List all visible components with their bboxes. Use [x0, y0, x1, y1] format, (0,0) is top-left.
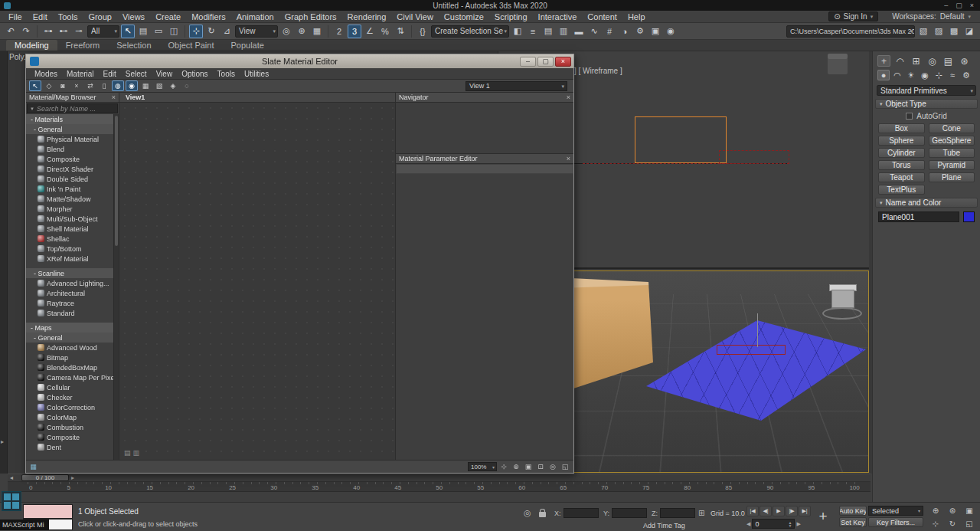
tube-button[interactable]: Tube — [929, 148, 975, 158]
navigator-header[interactable]: Navigator × — [396, 93, 573, 103]
browser-item-raytrace[interactable]: Raytrace — [26, 298, 113, 308]
param-editor-body[interactable] — [396, 174, 573, 460]
menu-item[interactable]: Interactive — [533, 12, 583, 21]
zoom-extents-icon[interactable]: ▣ — [962, 505, 977, 516]
maximize-viewport-icon[interactable]: ◱ — [962, 518, 977, 529]
play-button[interactable]: ▶ — [773, 506, 785, 516]
browser-item-colormap[interactable]: ColorMap — [26, 412, 113, 422]
go-to-start-button[interactable]: |◀ — [746, 506, 759, 516]
slate-close-button[interactable]: × — [555, 57, 571, 67]
ribbon-toggle-icon[interactable]: ▬ — [572, 25, 586, 38]
explorer-window-icon[interactable]: ▧ — [916, 25, 930, 38]
selection-filter-dropdown[interactable]: All — [87, 25, 119, 38]
browser-item-shell-material[interactable]: Shell Material — [26, 224, 113, 234]
browser-item-composite-map[interactable]: Composite — [26, 432, 113, 442]
lights-category-icon[interactable]: ☀ — [905, 70, 917, 80]
render-icon[interactable]: ◉ — [664, 25, 678, 38]
viewcube-front-face[interactable] — [831, 290, 854, 308]
close-icon[interactable]: × — [567, 155, 570, 162]
cylinder-button[interactable]: Cylinder — [878, 148, 925, 158]
plane-button[interactable]: Plane — [929, 172, 975, 182]
redo-icon[interactable]: ↷ — [19, 25, 33, 38]
rendered-frame-icon[interactable]: ▣ — [648, 25, 662, 38]
browser-group-maps[interactable]: - Maps — [26, 323, 113, 333]
slate-menu-item[interactable]: Options — [177, 70, 212, 78]
primitive-category-dropdown[interactable]: Standard Primitives — [877, 85, 976, 96]
isolate-selection-icon[interactable]: ◎ — [524, 508, 531, 518]
name-and-color-rollout[interactable]: ▾ Name and Color — [875, 198, 978, 208]
object-name-field[interactable]: Plane001 — [878, 211, 959, 222]
slate-menu-item[interactable]: Material — [62, 70, 99, 78]
browser-item-xref-material[interactable]: XRef Material — [26, 254, 113, 264]
project-folder-dropdown[interactable]: C:\Users\Casper\Documents\3ds Max 2020 — [786, 25, 915, 38]
pan-to-selected-icon[interactable]: ◎ — [547, 462, 558, 472]
auto-key-button[interactable]: Auto Key — [839, 506, 867, 516]
cone-button[interactable]: Cone — [929, 123, 975, 133]
bind-to-space-warp-icon[interactable]: ⊸ — [72, 25, 86, 38]
x-coordinate-field[interactable] — [564, 508, 599, 518]
align-icon[interactable]: ≡ — [526, 25, 540, 38]
menu-item[interactable]: Civil View — [391, 12, 438, 21]
sphere-button[interactable]: Sphere — [878, 136, 925, 146]
browser-item-checker[interactable]: Checker — [26, 392, 113, 402]
box-button[interactable]: Box — [878, 123, 925, 133]
percent-snap-icon[interactable]: % — [378, 25, 392, 38]
browser-item-multi-sub-object[interactable]: Multi/Sub-Object — [26, 214, 113, 224]
minimize-button[interactable]: – — [944, 2, 948, 9]
pan-icon[interactable]: ⊹ — [928, 518, 943, 529]
browser-item-shellac[interactable]: Shellac — [26, 234, 113, 244]
slate-view-dropdown[interactable]: View 1 — [466, 81, 567, 91]
frame-back-icon[interactable]: ◀ — [746, 521, 750, 527]
browser-item-top-bottom[interactable]: Top/Bottom — [26, 244, 113, 254]
menu-item[interactable]: Help — [622, 12, 651, 21]
browser-item-combustion[interactable]: Combustion — [26, 422, 113, 432]
browser-item-colorcorrection[interactable]: ColorCorrection — [26, 402, 113, 412]
browser-item-matte-shadow[interactable]: Matte/Shadow — [26, 194, 113, 204]
browser-item-architectural[interactable]: Architectural — [26, 288, 113, 298]
set-key-button[interactable]: Set Key — [839, 517, 867, 527]
ribbon-tab[interactable]: Modeling — [6, 40, 57, 51]
select-and-link-icon[interactable]: ⊶ — [41, 25, 55, 38]
layout-children-icon[interactable]: ▧ — [153, 80, 165, 91]
zoom-extents-icon[interactable]: ▣ — [523, 462, 534, 472]
browser-item-dent[interactable]: Dent — [26, 442, 113, 452]
menu-item[interactable]: Views — [117, 12, 150, 21]
next-frame-button[interactable]: |▶ — [786, 506, 798, 516]
scene-explorer-icon[interactable]: ▤ — [541, 25, 555, 38]
ribbon-tab[interactable]: Object Paint — [160, 40, 223, 51]
menu-item[interactable]: Customize — [439, 12, 489, 21]
pan-tool-icon[interactable]: ⊹ — [498, 462, 509, 472]
named-selection-sets-dropdown[interactable]: Create Selection Se — [431, 25, 509, 38]
browser-item-camera-map-per-pixel[interactable]: Camera Map Per Pixel — [26, 372, 113, 382]
track-bar[interactable]: 0510152025303540455055606570758085909510… — [8, 482, 871, 492]
navigator-body[interactable] — [396, 103, 573, 154]
slate-menu-item[interactable]: Select — [121, 70, 152, 78]
time-slider-thumb[interactable]: 0 / 100 — [21, 474, 69, 481]
plane-wireframe[interactable] — [719, 150, 789, 164]
slate-menu-item[interactable]: View — [152, 70, 178, 78]
node-canvas[interactable]: ▤▥ — [119, 103, 395, 460]
spinner-icon[interactable]: ▲▼ — [788, 521, 792, 527]
add-time-tag[interactable]: Add Time Tag — [643, 522, 685, 529]
zoom-tool-icon[interactable]: ⊕ — [511, 462, 521, 472]
spinner-snap-icon[interactable]: ⇅ — [394, 25, 407, 38]
layout-all-icon[interactable]: ▦ — [139, 80, 152, 91]
canvas-note2-icon[interactable]: ▥ — [133, 449, 140, 457]
select-and-rotate-icon[interactable]: ↻ — [204, 25, 218, 38]
torus-button[interactable]: Torus — [878, 160, 925, 170]
zoom-region-icon[interactable]: ⊡ — [535, 462, 546, 472]
maxscript-macro-field[interactable] — [23, 504, 73, 519]
object-type-rollout[interactable]: ▾ Object Type — [875, 99, 978, 109]
menu-item[interactable]: Scripting — [489, 12, 533, 21]
next-frame-arrow[interactable]: ▸ — [69, 474, 77, 481]
shapes-category-icon[interactable]: ◠ — [891, 70, 903, 80]
ribbon-tab[interactable]: Freeform — [57, 40, 109, 51]
browser-item-advanced-lighting[interactable]: Advanced Lighting... — [26, 278, 113, 288]
grid-toggle-icon[interactable]: ⊞ — [698, 509, 704, 517]
mirror-icon[interactable]: ◧ — [511, 25, 524, 38]
ribbon-tab[interactable]: Populate — [222, 40, 272, 51]
slate-menu-item[interactable]: Utilities — [240, 70, 273, 78]
viewport-layout-tabs-icon[interactable] — [2, 491, 21, 511]
go-to-end-button[interactable]: ▶| — [799, 506, 811, 516]
delete-selected-icon[interactable]: × — [70, 80, 83, 91]
